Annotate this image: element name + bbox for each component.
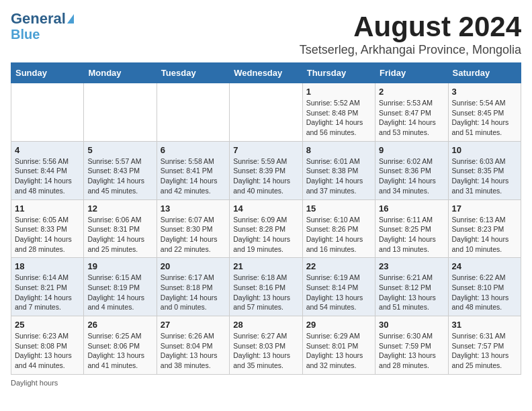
calendar-day-header: Friday <box>375 63 448 83</box>
day-info: Sunrise: 5:52 AMSunset: 8:48 PMDaylight:… <box>306 98 371 138</box>
calendar-cell: 18Sunrise: 6:14 AMSunset: 8:21 PMDayligh… <box>11 258 84 316</box>
calendar-cell: 21Sunrise: 6:18 AMSunset: 8:16 PMDayligh… <box>230 258 302 316</box>
calendar-cell: 25Sunrise: 6:23 AMSunset: 8:08 PMDayligh… <box>11 316 84 375</box>
subtitle: Tsetserleg, Arkhangai Province, Mongolia <box>300 43 521 57</box>
calendar-table: SundayMondayTuesdayWednesdayThursdayFrid… <box>11 62 521 375</box>
calendar-cell: 7Sunrise: 5:59 AMSunset: 8:39 PMDaylight… <box>230 141 302 199</box>
day-info: Sunrise: 6:26 AMSunset: 8:04 PMDaylight:… <box>161 331 226 371</box>
calendar-week-row: 18Sunrise: 6:14 AMSunset: 8:21 PMDayligh… <box>11 258 521 316</box>
calendar-week-row: 25Sunrise: 6:23 AMSunset: 8:08 PMDayligh… <box>11 316 521 375</box>
day-info: Sunrise: 5:57 AMSunset: 8:43 PMDaylight:… <box>87 156 152 196</box>
day-info: Sunrise: 6:17 AMSunset: 8:18 PMDaylight:… <box>161 273 226 312</box>
day-number: 11 <box>15 203 80 214</box>
title-area: August 2024 Tsetserleg, Arkhangai Provin… <box>300 11 521 57</box>
day-number: 19 <box>87 261 152 271</box>
day-info: Sunrise: 5:53 AMSunset: 8:47 PMDaylight:… <box>379 98 444 138</box>
calendar-cell: 26Sunrise: 6:25 AMSunset: 8:06 PMDayligh… <box>84 316 157 375</box>
day-info: Sunrise: 6:14 AMSunset: 8:21 PMDaylight:… <box>15 273 80 312</box>
calendar-day-header: Tuesday <box>157 63 229 83</box>
calendar-cell: 9Sunrise: 6:02 AMSunset: 8:36 PMDaylight… <box>375 141 448 199</box>
calendar-cell: 20Sunrise: 6:17 AMSunset: 8:18 PMDayligh… <box>157 258 229 316</box>
day-number: 26 <box>87 320 152 330</box>
calendar-day-header: Saturday <box>448 63 521 83</box>
calendar-day-header: Wednesday <box>230 63 302 83</box>
day-info: Sunrise: 5:56 AMSunset: 8:44 PMDaylight:… <box>15 156 80 196</box>
day-number: 3 <box>452 87 517 97</box>
day-number: 17 <box>452 203 517 214</box>
calendar-cell <box>84 83 157 142</box>
calendar-cell: 27Sunrise: 6:26 AMSunset: 8:04 PMDayligh… <box>157 316 229 375</box>
day-info: Sunrise: 6:22 AMSunset: 8:10 PMDaylight:… <box>452 273 517 312</box>
day-number: 18 <box>15 261 80 271</box>
day-number: 16 <box>379 203 444 214</box>
day-info: Sunrise: 6:05 AMSunset: 8:33 PMDaylight:… <box>15 215 80 255</box>
day-number: 13 <box>161 203 226 214</box>
calendar-cell: 11Sunrise: 6:05 AMSunset: 8:33 PMDayligh… <box>11 199 84 258</box>
day-number: 25 <box>15 320 80 330</box>
day-info: Sunrise: 6:29 AMSunset: 8:01 PMDaylight:… <box>306 331 371 371</box>
calendar-cell: 28Sunrise: 6:27 AMSunset: 8:03 PMDayligh… <box>230 316 302 375</box>
calendar-cell: 24Sunrise: 6:22 AMSunset: 8:10 PMDayligh… <box>448 258 521 316</box>
calendar-cell: 16Sunrise: 6:11 AMSunset: 8:25 PMDayligh… <box>375 199 448 258</box>
logo-general: General <box>11 11 66 27</box>
day-info: Sunrise: 6:18 AMSunset: 8:16 PMDaylight:… <box>233 273 298 312</box>
calendar-cell: 29Sunrise: 6:29 AMSunset: 8:01 PMDayligh… <box>302 316 375 375</box>
day-info: Sunrise: 6:13 AMSunset: 8:23 PMDaylight:… <box>452 215 517 255</box>
calendar-day-header: Sunday <box>11 63 84 83</box>
day-info: Sunrise: 6:09 AMSunset: 8:28 PMDaylight:… <box>233 215 298 255</box>
calendar-week-row: 1Sunrise: 5:52 AMSunset: 8:48 PMDaylight… <box>11 83 521 142</box>
calendar-cell: 4Sunrise: 5:56 AMSunset: 8:44 PMDaylight… <box>11 141 84 199</box>
calendar-cell <box>11 83 84 142</box>
day-number: 8 <box>306 145 371 155</box>
day-info: Sunrise: 6:30 AMSunset: 7:59 PMDaylight:… <box>379 331 444 371</box>
day-number: 10 <box>452 145 517 155</box>
calendar-header-row: SundayMondayTuesdayWednesdayThursdayFrid… <box>11 63 521 83</box>
calendar-week-row: 11Sunrise: 6:05 AMSunset: 8:33 PMDayligh… <box>11 199 521 258</box>
day-number: 29 <box>306 320 371 330</box>
day-number: 27 <box>161 320 226 330</box>
logo-triangle-icon <box>67 14 74 24</box>
calendar-cell: 6Sunrise: 5:58 AMSunset: 8:41 PMDaylight… <box>157 141 229 199</box>
logo: General Blue <box>11 11 74 42</box>
header: General Blue August 2024 Tsetserleg, Ark… <box>11 11 521 57</box>
day-info: Sunrise: 6:27 AMSunset: 8:03 PMDaylight:… <box>233 331 298 371</box>
calendar-cell: 19Sunrise: 6:15 AMSunset: 8:19 PMDayligh… <box>84 258 157 316</box>
day-number: 12 <box>87 203 152 214</box>
calendar-cell: 2Sunrise: 5:53 AMSunset: 8:47 PMDaylight… <box>375 83 448 142</box>
day-number: 2 <box>379 87 444 97</box>
main-title: August 2024 <box>300 11 521 43</box>
calendar-cell: 31Sunrise: 6:31 AMSunset: 7:57 PMDayligh… <box>448 316 521 375</box>
day-number: 1 <box>306 87 371 97</box>
calendar-cell: 5Sunrise: 5:57 AMSunset: 8:43 PMDaylight… <box>84 141 157 199</box>
calendar-week-row: 4Sunrise: 5:56 AMSunset: 8:44 PMDaylight… <box>11 141 521 199</box>
day-number: 15 <box>306 203 371 214</box>
calendar-cell: 17Sunrise: 6:13 AMSunset: 8:23 PMDayligh… <box>448 199 521 258</box>
calendar-day-header: Monday <box>84 63 157 83</box>
day-number: 9 <box>379 145 444 155</box>
day-info: Sunrise: 6:07 AMSunset: 8:30 PMDaylight:… <box>161 215 226 255</box>
day-info: Sunrise: 5:59 AMSunset: 8:39 PMDaylight:… <box>233 156 298 196</box>
calendar-cell: 3Sunrise: 5:54 AMSunset: 8:45 PMDaylight… <box>448 83 521 142</box>
day-number: 30 <box>379 320 444 330</box>
day-info: Sunrise: 6:11 AMSunset: 8:25 PMDaylight:… <box>379 215 444 255</box>
calendar-cell: 30Sunrise: 6:30 AMSunset: 7:59 PMDayligh… <box>375 316 448 375</box>
day-info: Sunrise: 6:03 AMSunset: 8:35 PMDaylight:… <box>452 156 517 196</box>
calendar-cell: 12Sunrise: 6:06 AMSunset: 8:31 PMDayligh… <box>84 199 157 258</box>
day-number: 22 <box>306 261 371 271</box>
calendar-cell: 8Sunrise: 6:01 AMSunset: 8:38 PMDaylight… <box>302 141 375 199</box>
day-number: 4 <box>15 145 80 155</box>
day-info: Sunrise: 6:01 AMSunset: 8:38 PMDaylight:… <box>306 156 371 196</box>
calendar-cell: 23Sunrise: 6:21 AMSunset: 8:12 PMDayligh… <box>375 258 448 316</box>
day-number: 7 <box>233 145 298 155</box>
day-number: 14 <box>233 203 298 214</box>
day-info: Sunrise: 6:02 AMSunset: 8:36 PMDaylight:… <box>379 156 444 196</box>
day-number: 23 <box>379 261 444 271</box>
calendar-cell <box>157 83 229 142</box>
logo-blue: Blue <box>11 27 40 42</box>
day-info: Sunrise: 6:06 AMSunset: 8:31 PMDaylight:… <box>87 215 152 255</box>
day-info: Sunrise: 6:25 AMSunset: 8:06 PMDaylight:… <box>87 331 152 371</box>
day-info: Sunrise: 5:58 AMSunset: 8:41 PMDaylight:… <box>161 156 226 196</box>
calendar-cell: 10Sunrise: 6:03 AMSunset: 8:35 PMDayligh… <box>448 141 521 199</box>
calendar-cell: 14Sunrise: 6:09 AMSunset: 8:28 PMDayligh… <box>230 199 302 258</box>
day-info: Sunrise: 6:21 AMSunset: 8:12 PMDaylight:… <box>379 273 444 312</box>
